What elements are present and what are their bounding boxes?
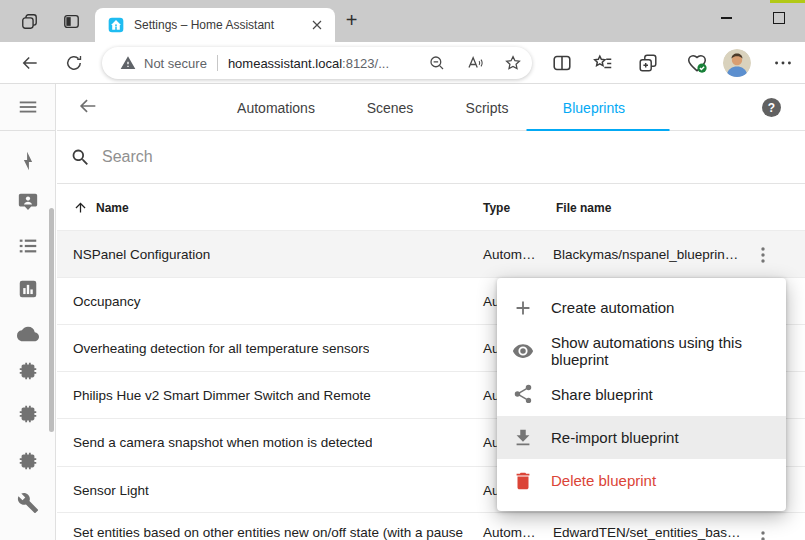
favorites-icon[interactable] <box>592 52 614 74</box>
browser-tab[interactable]: Settings – Home Assistant <box>95 8 335 42</box>
favorite-star-icon[interactable] <box>504 54 522 72</box>
tab-scenes[interactable]: Scenes <box>367 84 414 131</box>
url-rest: :8123/... <box>342 56 389 71</box>
row-file: Blackymas/nspanel_blueprin… <box>553 231 738 278</box>
share-icon <box>512 383 534 405</box>
address-bar[interactable]: Not secure homeassistant.local:8123/... <box>102 47 532 79</box>
row-name: Send a camera snapshot when motion is de… <box>73 419 372 466</box>
app-header: Automations Scenes Scripts Blueprints ? <box>57 84 805 131</box>
search-input[interactable] <box>102 148 702 166</box>
row-file: EdwardTEN/set_entities_bas… <box>553 513 741 540</box>
table-row-set-entities[interactable]: Set entities based on other entities new… <box>57 513 805 540</box>
menu-item-show-automations[interactable]: Show automations using this blueprint <box>497 329 786 372</box>
home-assistant-favicon <box>108 17 124 33</box>
screen-edge-strip <box>770 0 805 3</box>
row-type: Autom… <box>483 231 536 278</box>
zoom-out-icon[interactable] <box>428 54 446 72</box>
row-name: NSPanel Configuration <box>73 231 210 278</box>
browser-essentials-icon[interactable] <box>686 52 708 74</box>
browser-toolbar: Not secure homeassistant.local:8123/... <box>0 42 805 84</box>
blueprint-context-menu: Create automation Show automations using… <box>497 278 786 511</box>
browser-back-icon[interactable] <box>20 53 40 73</box>
sidebar-chip-icon[interactable] <box>17 360 39 382</box>
row-name: Philips Hue v2 Smart Dimmer Switch and R… <box>73 372 371 419</box>
sidebar-scrollbar[interactable] <box>49 208 54 432</box>
browser-window: Settings – Home Assistant + Not secure h… <box>0 0 805 540</box>
security-status-label[interactable]: Not secure <box>144 56 207 71</box>
trash-icon <box>512 470 534 492</box>
tab-blueprints[interactable]: Blueprints <box>563 84 625 131</box>
menu-item-label: Re-import blueprint <box>551 429 679 446</box>
page-back-icon[interactable] <box>77 95 99 117</box>
tab-actions-icon[interactable] <box>62 12 81 31</box>
profile-avatar[interactable] <box>723 49 751 77</box>
ha-sidebar <box>0 84 56 540</box>
import-download-icon <box>512 427 534 449</box>
sidebar-menu-icon[interactable] <box>17 96 39 118</box>
search-icon <box>70 147 91 168</box>
window-maximize-button[interactable] <box>759 0 799 36</box>
menu-item-label: Share blueprint <box>551 386 653 403</box>
row-name: Sensor Light <box>73 467 149 514</box>
tab-close-icon[interactable] <box>309 17 325 33</box>
row-overflow-menu-icon[interactable] <box>751 527 775 540</box>
sidebar-chip-icon-3[interactable] <box>17 450 39 472</box>
help-button[interactable]: ? <box>762 98 781 117</box>
row-overflow-menu-icon[interactable] <box>751 243 775 267</box>
sidebar-voice-assistant-icon[interactable] <box>17 191 39 213</box>
menu-item-delete-blueprint[interactable]: Delete blueprint <box>497 459 786 502</box>
sidebar-chip-icon-2[interactable] <box>17 403 39 425</box>
column-header-name[interactable]: Name <box>73 184 129 231</box>
column-header-file[interactable]: File name <box>556 184 611 231</box>
browser-refresh-icon[interactable] <box>64 53 84 73</box>
collections-icon[interactable] <box>637 52 659 74</box>
new-tab-button[interactable]: + <box>343 13 360 30</box>
sidebar-developer-tools-icon[interactable] <box>17 492 39 514</box>
plus-icon <box>512 297 534 319</box>
read-aloud-icon[interactable] <box>466 54 484 72</box>
browser-settings-more-icon[interactable] <box>772 52 794 74</box>
sidebar-divider <box>0 130 55 131</box>
table-row-nspanel[interactable]: NSPanel Configuration Autom… Blackymas/n… <box>57 231 805 278</box>
sidebar-energy-icon[interactable] <box>17 150 39 172</box>
tab-automations[interactable]: Automations <box>237 84 315 131</box>
tab-scripts[interactable]: Scripts <box>466 84 509 131</box>
menu-item-create-automation[interactable]: Create automation <box>497 286 786 329</box>
eye-icon <box>512 340 534 362</box>
tab-title: Settings – Home Assistant <box>134 18 309 32</box>
menu-item-label: Create automation <box>551 299 674 316</box>
row-type: Autom… <box>483 513 536 540</box>
menu-item-share-blueprint[interactable]: Share blueprint <box>497 373 786 416</box>
workspaces-icon[interactable] <box>20 12 39 31</box>
table-header: Name Type File name <box>57 184 805 231</box>
not-secure-warning-icon <box>120 55 136 71</box>
sidebar-history-icon[interactable] <box>17 278 39 300</box>
browser-tab-strip: Settings – Home Assistant + <box>0 0 805 42</box>
column-label-name: Name <box>96 201 129 215</box>
row-name: Occupancy <box>73 278 141 325</box>
sort-ascending-icon <box>73 200 88 215</box>
sidebar-cloud-icon[interactable] <box>17 323 39 345</box>
row-name: Set entities based on other entities new… <box>73 513 463 540</box>
menu-item-label: Show automations using this blueprint <box>551 334 786 368</box>
sidebar-logbook-icon[interactable] <box>17 235 39 257</box>
address-separator <box>217 55 218 71</box>
url-host: homeassistant.local <box>228 56 342 71</box>
split-screen-icon[interactable] <box>551 52 573 74</box>
column-header-type[interactable]: Type <box>483 184 510 231</box>
url-text[interactable]: homeassistant.local:8123/... <box>228 56 408 71</box>
search-row <box>57 131 805 184</box>
menu-item-reimport-blueprint[interactable]: Re-import blueprint <box>497 416 786 459</box>
row-name: Overheating detection for all temperatur… <box>73 325 369 372</box>
menu-item-label: Delete blueprint <box>551 472 656 489</box>
window-minimize-button[interactable] <box>706 0 746 36</box>
